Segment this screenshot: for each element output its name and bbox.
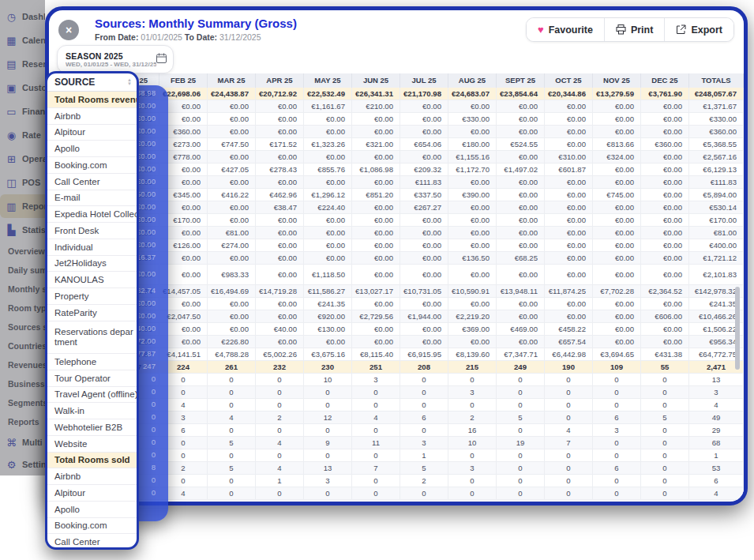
source-row-e-mail[interactable]: E-mail (47, 190, 137, 207)
source-row-booking-com[interactable]: Booking.com (47, 518, 137, 535)
cell: €1,172.70 (448, 163, 497, 176)
source-row-alpitour[interactable]: Alpitour (47, 125, 137, 141)
sidebar-subitem-sources-s[interactable]: Sources s (0, 318, 45, 336)
cell: €851.20 (352, 189, 400, 201)
table-row-call-center: €0.00€778.00€0.00€0.00€0.00€0.00€0.00€1,… (111, 151, 744, 163)
cell: €369.00 (448, 323, 497, 336)
source-row-booking-com[interactable]: Booking.com (47, 157, 137, 174)
source-row-tour-operator[interactable]: Tour Operator (47, 370, 137, 387)
sort-icon[interactable]: ▲▼ (127, 78, 132, 86)
cell: €0.00 (208, 151, 256, 163)
sidebar-subitem-countries[interactable]: Countries (0, 336, 45, 355)
table-row-expedia-hotel-collect: €0.00€0.00€0.00€0.00€0.00€0.00€111.83€0.… (111, 176, 744, 189)
cell: €81.00 (208, 227, 256, 239)
sidebar-subitem-overview[interactable]: Overview (0, 242, 45, 261)
export-label: Export (691, 24, 722, 36)
cell: €330.00 (689, 113, 744, 126)
cell: 0 (352, 475, 400, 487)
cell: €5,002.26 (256, 348, 304, 361)
sidebar-item-label: Calen (22, 36, 45, 45)
source-row-webhotelier-b2b[interactable]: Webhotelier B2B (47, 419, 137, 436)
source-row-individual[interactable]: Individual (47, 239, 137, 256)
sidebar-subitem-monthly-s[interactable]: Monthly s (0, 280, 45, 299)
cell: 3 (689, 386, 744, 399)
cell: €6,442.98 (545, 348, 593, 361)
source-row-jet2holidays[interactable]: Jet2Holidays (47, 256, 137, 272)
sidebar-subitem-businesse[interactable]: Businesse (0, 374, 45, 393)
source-row-telephone[interactable]: Telephone (47, 354, 137, 370)
sidebar-subitem-daily-sum[interactable]: Daily sum (0, 261, 45, 280)
cell: €0.00 (593, 163, 641, 176)
cell: €0.00 (448, 227, 497, 239)
cell: €226.80 (208, 336, 256, 348)
cell: €813.66 (593, 138, 641, 151)
cell: 0 (256, 449, 304, 462)
cell: 9 (304, 437, 352, 449)
cell: €0.00 (497, 227, 545, 239)
cell: €1,296.12 (304, 189, 352, 201)
sidebar-item-reser[interactable]: ▤Reser (0, 52, 45, 76)
source-row-total-rooms-sold[interactable]: Total Rooms sold (47, 453, 137, 469)
source-row-apollo[interactable]: Apollo (47, 502, 137, 518)
cell: 0 (352, 449, 400, 462)
calendar-icon: ▦ (6, 35, 17, 47)
source-row-property[interactable]: Property (47, 288, 137, 305)
source-row-call-center[interactable]: Call Center (47, 534, 137, 550)
sidebar-item-custo[interactable]: ▣Custo (0, 76, 45, 100)
sidebar-subitem-revenues[interactable]: Revenues (0, 355, 45, 374)
vertical-scrollbar[interactable] (735, 287, 740, 370)
source-row-website[interactable]: Website (47, 436, 137, 453)
cell: €0.00 (448, 214, 497, 227)
source-row-travel-agent-offline[interactable]: Travel Agent (offline) (47, 387, 137, 404)
source-row-expedia-hotel-collect[interactable]: Expedia Hotel Collect (47, 206, 137, 223)
sidebar-subitem-reports[interactable]: Reports (0, 412, 45, 431)
sidebar-item-calen[interactable]: ▦Calen (0, 28, 45, 52)
sidebar-item-repor[interactable]: ▥Repor (0, 194, 45, 218)
source-row-rateparity[interactable]: RateParity (47, 305, 137, 321)
sidebar-subitem-segments[interactable]: Segments (0, 393, 45, 412)
cell: 0 (208, 374, 256, 386)
sidebar-item-statis[interactable]: ▙Statis (0, 218, 45, 242)
cell: 0 (545, 399, 593, 412)
sidebar-item-label: Finan (22, 107, 45, 116)
season-selector[interactable]: SEASON 2025 WED, 01/01/25 - WED, 31/12/2… (57, 45, 174, 73)
cell: 0 (208, 386, 256, 399)
reports-icon: ▥ (6, 201, 17, 212)
cell: 1 (400, 449, 448, 462)
sidebar-item-pos[interactable]: ◫POS (0, 171, 45, 194)
source-row-airbnb[interactable]: Airbnb (47, 108, 137, 125)
print-button[interactable]: Print (604, 18, 664, 41)
sidebar-item-multi[interactable]: ⌘Multi (0, 431, 45, 453)
sidebar-subitem-room-typ[interactable]: Room typ (0, 299, 45, 318)
cell: €0.00 (545, 265, 593, 285)
export-button[interactable]: Export (664, 18, 733, 41)
cell: €0.00 (256, 113, 304, 126)
cell: €0.00 (641, 163, 689, 176)
source-row-airbnb[interactable]: Airbnb (47, 468, 137, 485)
cell: €3,675.16 (304, 348, 352, 361)
source-row-walk-in[interactable]: Walk-in (47, 403, 137, 419)
source-row-reservations-department[interactable]: Reservations department (47, 321, 137, 355)
cell: 6 (593, 462, 641, 475)
sidebar-item-opera[interactable]: ⊞Opera (0, 147, 45, 171)
favourite-button[interactable]: ♥ Favourite (527, 18, 604, 41)
source-row-total-rooms-revenue[interactable]: Total Rooms revenue (47, 92, 137, 108)
cell: €1,118.50 (304, 265, 352, 285)
close-button[interactable]: × (58, 20, 79, 40)
sidebar-item-rate[interactable]: ◉Rate (0, 123, 45, 147)
source-row-front-desk[interactable]: Front Desk (47, 223, 137, 239)
cell: €657.54 (545, 336, 593, 348)
cell: 232 (256, 361, 304, 374)
source-header-label: SOURCE (54, 77, 95, 88)
source-row-call-center[interactable]: Call Center (47, 174, 137, 190)
sidebar-item-dashb[interactable]: ◷Dashb (0, 5, 45, 28)
cell: 5 (208, 437, 256, 449)
sidebar-item-settin[interactable]: ⚙Settin (0, 453, 45, 475)
table-row-front-desk: 825413753006053 (111, 462, 744, 475)
source-row-alpitour[interactable]: Alpitour (47, 485, 137, 502)
source-row-kanoulas[interactable]: KANOULAS (47, 272, 137, 288)
statistics-icon: ▙ (6, 224, 17, 236)
sidebar-item-finan[interactable]: ▭Finan (0, 100, 45, 123)
cell: €5,894.00 (689, 189, 744, 201)
source-row-apollo[interactable]: Apollo (47, 141, 137, 157)
